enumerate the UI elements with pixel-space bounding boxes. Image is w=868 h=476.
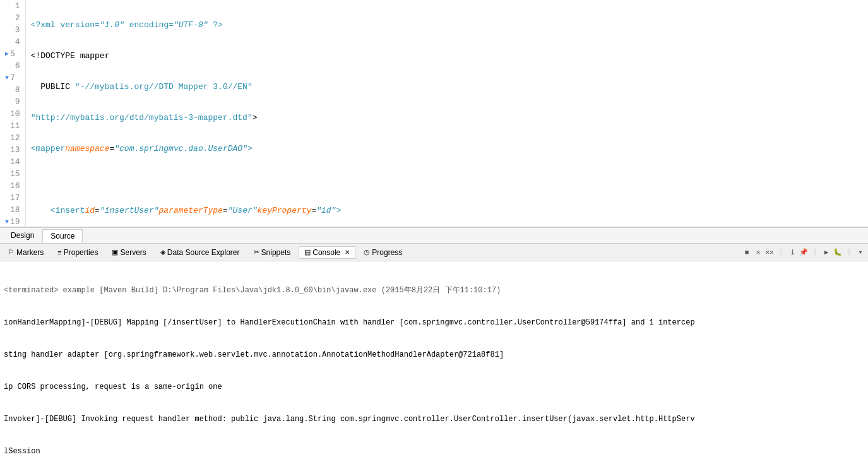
code-editor: 1 2 3 4 ▶5 6 ▼7 8 9 10 11 12 13 14 15 16… [0,0,868,227]
console-log-3: ip CORS processing, request is a same-or… [4,382,864,393]
code-line-2: <!DOCTYPE mapper [31,50,868,62]
tab-datasource[interactable]: ◈ Data Source Explorer [155,246,246,259]
clear-console-icon[interactable]: ✕✕ [764,247,775,258]
tab-properties[interactable]: ≡ Properties [52,246,104,259]
console-close-icon[interactable]: ✕ [345,249,350,256]
console-toolbar-icons: ■ ✕ ✕✕ | ⤓ 📌 | ▶ 🐛 | ▾ [742,247,865,258]
tab-design[interactable]: Design [3,229,42,242]
scroll-lock-icon[interactable]: ⤓ [787,247,797,258]
console-log-5: lSession [4,446,864,457]
separator2: | [810,247,820,258]
view-menu-icon[interactable]: ▾ [855,247,865,258]
code-line-1: <?xml version="1.0" encoding="UTF-8" ?> [31,19,868,31]
snippets-icon: ✂ [254,248,259,256]
tab-progress[interactable]: ◷ Progress [358,246,408,259]
bottom-tabs: Design Source [0,227,868,244]
console-log-4: Invoker]-[DEBUG] Invoking request handle… [4,414,864,425]
console-icon: ▤ [304,248,311,256]
tab-source[interactable]: Source [42,229,83,243]
pin-icon[interactable]: 📌 [799,247,809,258]
console-label: Console [312,248,340,257]
console-terminated-line: <terminated> example [Maven Build] D:\Pr… [4,285,864,296]
tab-servers[interactable]: ▣ Servers [106,246,152,259]
servers-icon: ▣ [112,248,118,256]
tab-console[interactable]: ▤ Console ✕ [299,246,355,259]
console-log-1: ionHandlerMapping]-[DEBUG] Mapping [/ins… [4,318,864,328]
servers-label: Servers [120,248,146,257]
code-line-7: <insert id="insertUser" parameterType="U… [31,205,868,217]
console-toolbar: ⚐ Markers ≡ Properties ▣ Servers ◈ Data … [0,244,868,261]
run-icon[interactable]: ▶ [821,247,831,258]
code-line-5: <mapper namespace="com.springmvc.dao.Use… [31,143,868,155]
progress-label: Progress [372,248,402,257]
snippets-label: Snippets [261,248,291,257]
properties-label: Properties [64,248,98,257]
console-content[interactable]: <terminated> example [Maven Build] D:\Pr… [0,261,868,476]
stop-icon[interactable]: ■ [742,247,752,258]
code-line-4: "http://mybatis.org/dtd/mybatis-3-mapper… [31,112,868,124]
remove-icon[interactable]: ✕ [753,247,763,258]
console-log-2: sting handler adapter [org.springframewo… [4,350,864,360]
line-numbers: 1 2 3 4 ▶5 6 ▼7 8 9 10 11 12 13 14 15 16… [0,0,26,227]
tab-snippets[interactable]: ✂ Snippets [248,246,297,259]
datasource-label: Data Source Explorer [167,248,240,257]
properties-icon: ≡ [57,249,61,256]
code-content[interactable]: <?xml version="1.0" encoding="UTF-8" ?> … [26,0,868,227]
separator3: | [844,247,854,258]
progress-icon: ◷ [364,248,370,256]
datasource-icon: ◈ [160,248,165,256]
separator1: | [776,247,786,258]
code-line-3: PUBLIC "-//mybatis.org//DTD Mapper 3.0//… [31,81,868,93]
markers-icon: ⚐ [8,248,15,256]
markers-label: Markers [16,248,44,257]
code-line-6 [31,174,868,186]
debug-icon[interactable]: 🐛 [833,247,843,258]
tab-markers[interactable]: ⚐ Markers [3,246,49,259]
